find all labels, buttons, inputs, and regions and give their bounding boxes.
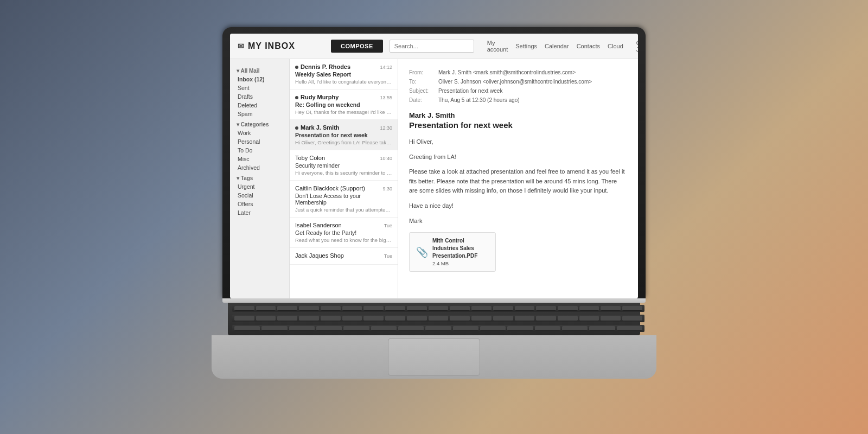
key — [299, 316, 319, 321]
app-header: ✉ MY INBOX COMPOSE My account Settings C… — [230, 34, 638, 59]
email-list-item[interactable]: Jack Jaques ShopTue — [290, 248, 398, 265]
keyboard-row-3 — [232, 325, 644, 332]
key — [289, 326, 315, 331]
laptop-wrapper: ✉ MY INBOX COMPOSE My account Settings C… — [222, 27, 646, 407]
key — [507, 326, 533, 331]
nav-my-account[interactable]: My account — [487, 40, 508, 53]
email-sender-name: Mark J. Smith — [409, 111, 627, 119]
email-preview: Hey OI, thanks for the message! I'd like… — [295, 109, 392, 115]
key — [579, 316, 599, 321]
email-sender: Toby Colon — [295, 155, 325, 161]
key — [371, 326, 397, 331]
email-from: Mark J. Smith <mark.smith@smithcontrolin… — [438, 68, 576, 77]
laptop-base — [212, 335, 656, 379]
nav-settings[interactable]: Settings — [515, 43, 537, 49]
email-sender: Mark J. Smith — [295, 124, 340, 131]
key — [342, 316, 362, 321]
key — [363, 306, 384, 311]
categories-label[interactable]: ▾ Categories — [230, 118, 289, 129]
email-list-item[interactable]: Dennis P. Rhodes14:12Weekly Sales Report… — [290, 59, 398, 90]
key — [398, 326, 424, 331]
sidebar-deleted[interactable]: Deleted — [230, 101, 289, 110]
email-preview: Hi everyone, this is security reminder t… — [295, 170, 392, 176]
email-date: Thu, Aug 5 at 12:30 (2 hours ago) — [438, 95, 520, 105]
key — [234, 326, 260, 331]
sidebar-todo[interactable]: To Do — [230, 146, 289, 155]
keyboard-row-2 — [232, 315, 644, 322]
sidebar-later[interactable]: Later — [230, 208, 289, 217]
nav-contacts[interactable]: Contacts — [577, 43, 600, 49]
email-subject-display: Presentation for next week — [409, 120, 627, 130]
sidebar-urgent[interactable]: Urgent — [230, 182, 289, 191]
nav-cloud[interactable]: Cloud — [608, 43, 623, 49]
key — [493, 316, 513, 321]
key — [601, 306, 621, 311]
search-input[interactable] — [390, 40, 474, 53]
unread-dot — [295, 96, 298, 99]
key — [277, 316, 297, 321]
email-sender: Jack Jaques Shop — [295, 252, 344, 259]
laptop-screen: ✉ MY INBOX COMPOSE My account Settings C… — [222, 27, 646, 298]
key — [321, 316, 341, 321]
sidebar-offers[interactable]: Offers — [230, 200, 289, 208]
key — [558, 316, 578, 321]
email-list-item[interactable]: Mark J. Smith12:30Presentation for next … — [290, 120, 398, 150]
key — [385, 316, 405, 321]
email-preview: Hello All, I'd like to congratulate ever… — [295, 79, 392, 85]
email-list-item[interactable]: Toby Colon10:40Security reminderHi every… — [290, 150, 398, 181]
laptop-chin — [222, 298, 646, 303]
key — [277, 306, 297, 311]
screen-inner: ✉ MY INBOX COMPOSE My account Settings C… — [230, 34, 638, 298]
key — [425, 326, 451, 331]
email-time: 13:55 — [380, 95, 392, 100]
email-list-item[interactable]: Rudy Murphy13:55Re: Golfing on weekendHe… — [290, 90, 398, 120]
tags-label[interactable]: ▾ Tags — [230, 172, 289, 182]
body-greeting: Hi Oliver, — [409, 137, 627, 147]
email-list-item[interactable]: Caitlin Blacklock (Support)9:30Don't Los… — [290, 181, 398, 218]
key — [480, 326, 506, 331]
key — [385, 306, 405, 311]
key — [453, 326, 478, 331]
key — [321, 306, 341, 311]
all-mail-label[interactable]: ▾ All Mail — [230, 65, 289, 75]
from-label: From: — [409, 68, 435, 77]
email-list-item[interactable]: Isabel SandersonTueGet Ready for the Par… — [290, 218, 398, 248]
key — [261, 326, 287, 331]
keyboard-row-1 — [232, 305, 644, 312]
email-sender: Rudy Murphy — [295, 94, 339, 100]
key — [535, 326, 560, 331]
compose-button[interactable]: COMPOSE — [331, 40, 383, 53]
keyboard-section — [228, 303, 640, 335]
sidebar-drafts[interactable]: Drafts — [230, 92, 289, 101]
email-time: 14:12 — [380, 65, 392, 70]
sidebar-archived[interactable]: Archived — [230, 163, 289, 172]
key — [256, 306, 276, 311]
sidebar-work[interactable]: Work — [230, 129, 289, 137]
subject-label: Subject: — [409, 86, 435, 95]
email-preview: Read what you need to know for the big d… — [295, 237, 392, 243]
sidebar-inbox[interactable]: Inbox (12) — [230, 75, 289, 84]
email-main: ▾ All Mail Inbox (12) Sent Drafts Delete… — [230, 59, 638, 298]
body-intro: Greeting from LA! — [409, 152, 627, 162]
sidebar-misc[interactable]: Misc — [230, 155, 289, 163]
sidebar-personal[interactable]: Personal — [230, 137, 289, 146]
email-sender: Isabel Sanderson — [295, 222, 342, 228]
sidebar-spam[interactable]: Spam — [230, 110, 289, 118]
sidebar-social[interactable]: Social — [230, 191, 289, 200]
sidebar: ▾ All Mail Inbox (12) Sent Drafts Delete… — [230, 59, 290, 298]
email-time: Tue — [384, 253, 392, 259]
attachment[interactable]: 📎 Mith Control Industries Sales Presenta… — [409, 232, 496, 272]
key — [493, 306, 513, 311]
header-nav: My account Settings Calendar Contacts Cl… — [487, 40, 623, 53]
user-section: Oliver S. Johnson OJ — [636, 38, 638, 54]
body-sign1: Have a nice day! — [409, 201, 627, 211]
email-time: 10:40 — [380, 156, 392, 161]
nav-calendar[interactable]: Calendar — [545, 43, 569, 49]
key — [562, 326, 588, 331]
email-time: 12:30 — [380, 125, 392, 131]
email-sender: Dennis P. Rhodes — [295, 63, 350, 70]
email-subject: Re: Golfing on weekend — [295, 101, 392, 108]
sidebar-sent[interactable]: Sent — [230, 84, 289, 92]
attachment-name: Mith Control Industries Sales Presentati… — [432, 237, 489, 260]
email-subject-meta: Presentation for next week — [438, 86, 502, 95]
